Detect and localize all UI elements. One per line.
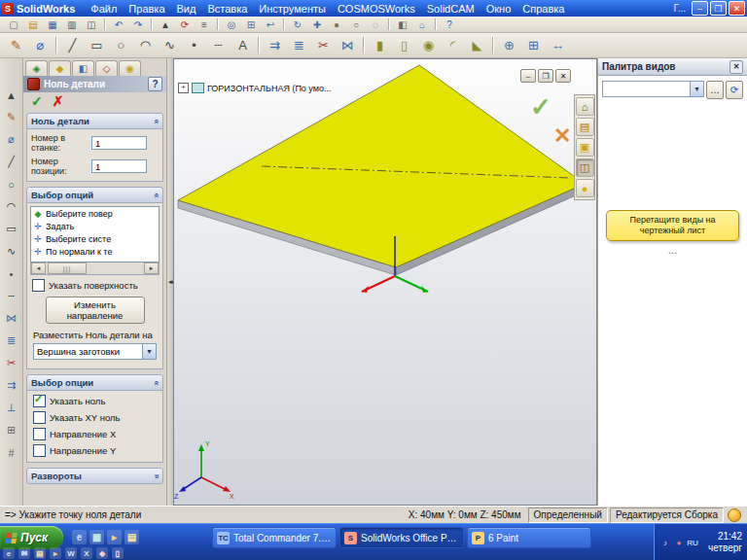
tray-language-icon[interactable]: RU bbox=[687, 537, 698, 548]
arc-tool-icon[interactable]: ◠ bbox=[2, 197, 21, 216]
circle-tool-icon[interactable]: ○ bbox=[2, 175, 21, 193]
rectangle-icon[interactable]: ▭ bbox=[86, 34, 108, 56]
change-direction-button[interactable]: Изменить направление bbox=[46, 297, 145, 324]
help-icon[interactable]: ? bbox=[441, 17, 458, 33]
convert-entities-icon[interactable]: ⇉ bbox=[264, 34, 286, 56]
set-zero-checkbox[interactable] bbox=[33, 395, 46, 407]
chevron-down-icon[interactable]: ▾ bbox=[690, 82, 703, 96]
confirm-cancel-ghost-icon[interactable]: ✕ bbox=[553, 123, 571, 148]
design-library-icon[interactable]: ▤ bbox=[576, 118, 594, 136]
sketch-icon[interactable]: ✎ bbox=[5, 34, 27, 56]
media-player-icon[interactable]: ▸ bbox=[107, 530, 122, 544]
direction-y-checkbox[interactable] bbox=[33, 444, 46, 457]
ok-button[interactable]: ✓ bbox=[31, 95, 43, 107]
zoom-to-area-icon[interactable]: ⊞ bbox=[242, 17, 260, 33]
selection-listbox[interactable]: ◆Выберите повер✛Задать✛Выберите систе✛По… bbox=[30, 206, 160, 262]
confirm-ok-ghost-icon[interactable]: ✓ bbox=[530, 92, 551, 122]
quicklaunch-word-icon[interactable]: W bbox=[65, 547, 77, 559]
scroll-right-icon[interactable]: ▸ bbox=[144, 262, 159, 274]
spline-icon[interactable]: ∿ bbox=[159, 34, 181, 56]
doc-minimize-button[interactable]: – bbox=[520, 69, 536, 83]
pan-icon[interactable]: ✚ bbox=[308, 17, 326, 33]
set-xy-zero-checkbox[interactable] bbox=[33, 411, 46, 424]
quicklaunch-cad-icon[interactable]: ◆ bbox=[96, 547, 108, 559]
group-header[interactable]: Выбор опции « bbox=[26, 374, 163, 391]
file-explorer-icon[interactable]: ▣ bbox=[576, 138, 594, 157]
doc-close-button[interactable]: ✕ bbox=[555, 69, 571, 83]
mate-icon[interactable]: ⊕ bbox=[498, 34, 520, 56]
convert-tool-icon[interactable]: ⇉ bbox=[2, 376, 21, 395]
undo-icon[interactable]: ↶ bbox=[110, 17, 127, 33]
list-item[interactable]: ◆Выберите повер bbox=[31, 207, 159, 220]
browse-button[interactable]: … bbox=[706, 81, 724, 99]
menu-инструменты[interactable]: Инструменты bbox=[253, 0, 332, 17]
wireframe-icon[interactable]: ○ bbox=[347, 17, 365, 33]
group-header[interactable]: Ноль детали « bbox=[26, 113, 163, 129]
snap-tool-icon[interactable]: # bbox=[2, 443, 21, 462]
centerline-tool-icon[interactable]: ┄ bbox=[2, 287, 21, 305]
close-button[interactable]: ✕ bbox=[729, 1, 745, 16]
tray-volume-icon[interactable]: ♪ bbox=[659, 537, 671, 548]
scroll-left-icon[interactable]: ◂ bbox=[31, 262, 46, 274]
start-button[interactable]: Пуск bbox=[0, 526, 63, 549]
task-total-commander-button[interactable]: TCTotal Commander 7.5... bbox=[212, 527, 337, 548]
circle-icon[interactable]: ○ bbox=[110, 34, 132, 56]
close-icon[interactable]: ✕ bbox=[729, 60, 743, 74]
shaded-with-edges-icon[interactable]: ● bbox=[328, 17, 345, 33]
extruded-boss-icon[interactable]: ▮ bbox=[369, 34, 391, 56]
machine-number-input[interactable] bbox=[91, 136, 147, 150]
point-tool-icon[interactable]: • bbox=[2, 264, 21, 283]
cancel-button[interactable]: ✗ bbox=[53, 95, 64, 107]
list-item[interactable]: ✛Выберите систе bbox=[31, 232, 159, 245]
menu-вид[interactable]: Вид bbox=[171, 0, 202, 17]
group-header[interactable]: Развороты « bbox=[26, 468, 163, 484]
displaymanager-tab-icon[interactable]: ◉ bbox=[119, 60, 141, 76]
maximize-button[interactable]: ❐ bbox=[710, 1, 727, 16]
mirror-entities-icon[interactable]: ⋈ bbox=[337, 34, 359, 56]
plane-annotation[interactable]: + ГОРИЗОНТАЛЬНАЯ (По умо... bbox=[178, 83, 331, 93]
line-icon[interactable]: ╱ bbox=[61, 34, 84, 56]
minimize-button[interactable]: – bbox=[692, 1, 708, 16]
horizontal-scrollbar[interactable]: ◂ ||| ▸ bbox=[30, 262, 160, 275]
menu-правка[interactable]: Правка bbox=[123, 0, 170, 17]
rotate-view-icon[interactable]: ↻ bbox=[289, 17, 306, 33]
refresh-button[interactable]: ⟳ bbox=[726, 81, 743, 99]
sketch-tool-icon[interactable]: ✎ bbox=[2, 108, 21, 126]
redo-icon[interactable]: ↷ bbox=[129, 17, 147, 33]
graphics-viewport[interactable]: ✓ ✕ Y X Z + ГОРИЗОНТАЛЬНАЯ (По умо... – … bbox=[173, 58, 597, 506]
scrollbar-thumb[interactable]: ||| bbox=[48, 262, 87, 274]
menu-окно[interactable]: Окно bbox=[480, 0, 517, 17]
task-paint-button[interactable]: P6 Paint bbox=[467, 527, 591, 548]
print-preview-icon[interactable]: ◫ bbox=[83, 17, 100, 33]
quicklaunch-browser-icon[interactable]: e bbox=[3, 547, 15, 559]
internet-explorer-icon[interactable]: e bbox=[72, 530, 87, 544]
show-desktop-icon[interactable]: ▦ bbox=[89, 530, 104, 544]
tray-clock[interactable]: 21:42 четверг bbox=[708, 531, 742, 554]
select-icon[interactable]: ▲ bbox=[157, 17, 174, 33]
dimxpertmanager-tab-icon[interactable]: ◇ bbox=[95, 60, 118, 76]
zoom-to-fit-icon[interactable]: ◎ bbox=[223, 17, 240, 33]
new-document-icon[interactable]: ▢ bbox=[5, 17, 22, 33]
featuremanager-tab-icon[interactable]: ◈ bbox=[25, 60, 48, 76]
chevron-down-icon[interactable]: ▾ bbox=[142, 344, 156, 359]
propertymanager-tab-icon[interactable]: ◆ bbox=[49, 60, 71, 76]
view-palette-icon[interactable]: ◫ bbox=[576, 158, 594, 177]
menu-overflow-label[interactable]: Г... bbox=[673, 3, 686, 14]
trim-tool-icon[interactable]: ✂ bbox=[2, 354, 21, 372]
help-button[interactable]: ? bbox=[148, 77, 162, 91]
quicklaunch-mail-icon[interactable]: ✉ bbox=[18, 547, 30, 559]
open-document-icon[interactable]: ▤ bbox=[24, 17, 42, 33]
previous-view-icon[interactable]: ↩ bbox=[262, 17, 279, 33]
smart-dimension-icon[interactable]: ⌀ bbox=[29, 34, 52, 56]
spline-tool-icon[interactable]: ∿ bbox=[2, 242, 21, 261]
menu-файл[interactable]: Файл bbox=[85, 0, 123, 17]
surface-checkbox[interactable] bbox=[32, 279, 45, 292]
direction-x-checkbox[interactable] bbox=[33, 428, 46, 440]
quicklaunch-folder-icon[interactable]: ▤ bbox=[34, 547, 46, 559]
view-palette-combobox[interactable]: ▾ bbox=[602, 81, 704, 97]
list-item[interactable]: ✛Задать bbox=[31, 220, 159, 232]
offset-entities-icon[interactable]: ≣ bbox=[288, 34, 310, 56]
tray-antivirus-icon[interactable]: ● bbox=[673, 537, 685, 548]
configurationmanager-tab-icon[interactable]: ◧ bbox=[72, 60, 94, 76]
arc-icon[interactable]: ◠ bbox=[134, 34, 157, 56]
